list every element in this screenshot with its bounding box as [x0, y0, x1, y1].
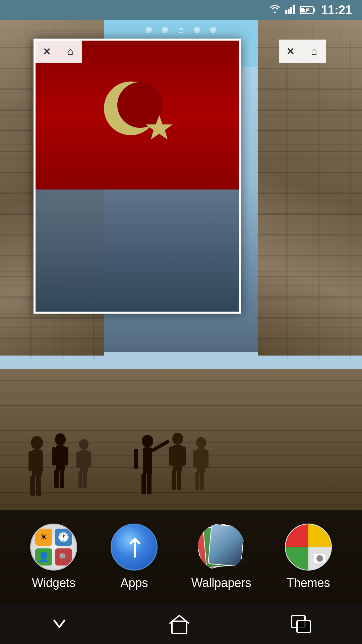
themes-green: [286, 547, 308, 570]
themes-icon: [285, 524, 332, 571]
svg-point-30: [196, 437, 206, 448]
widgets-label: Widgets: [32, 576, 75, 590]
svg-rect-4: [30, 476, 35, 496]
dock-item-wallpapers[interactable]: Wallpapers: [191, 524, 251, 590]
svg-rect-26: [169, 446, 173, 466]
dock-item-themes[interactable]: Themes: [285, 524, 332, 590]
home-dot-icon: ⌂: [178, 24, 184, 35]
svg-rect-2: [28, 451, 33, 471]
svg-rect-5: [36, 476, 41, 496]
recent-apps-icon: [291, 615, 311, 633]
apps-label: Apps: [120, 576, 148, 590]
wallpaper-card-3: [208, 524, 245, 567]
svg-rect-37: [288, 9, 290, 14]
page-dot-5[interactable]: [210, 27, 216, 33]
dock-item-widgets[interactable]: ☀ 🕐 👤 🔍 Widgets: [30, 524, 77, 590]
status-time: 11:21: [321, 3, 352, 17]
svg-rect-27: [182, 446, 186, 466]
back-icon: [51, 615, 68, 632]
signal-icon: [285, 4, 296, 16]
svg-rect-3: [39, 451, 43, 471]
svg-rect-13: [80, 450, 88, 472]
svg-point-12: [79, 439, 88, 450]
home-icon: [169, 614, 189, 634]
svg-rect-38: [290, 7, 292, 14]
apps-icon: ↗: [111, 524, 158, 571]
svg-rect-14: [76, 451, 80, 468]
svg-rect-39: [293, 5, 295, 14]
svg-rect-8: [52, 447, 56, 466]
page-dot-2[interactable]: [162, 27, 168, 33]
svg-point-24: [172, 433, 183, 445]
widgets-icon: ☀ 🕐 👤 🔍: [30, 524, 77, 571]
svg-rect-19: [143, 447, 152, 474]
svg-rect-35: [200, 472, 204, 490]
svg-rect-31: [197, 448, 205, 473]
navigation-bar: [0, 604, 362, 644]
svg-rect-17: [83, 471, 87, 488]
close-icon-left: ×: [43, 44, 50, 58]
widget-cell-3: 👤: [35, 548, 52, 566]
themes-yellow: [308, 524, 331, 547]
crescent-star-svg: [87, 75, 188, 155]
svg-rect-32: [193, 450, 197, 468]
svg-point-6: [55, 433, 66, 445]
svg-rect-11: [60, 470, 64, 488]
svg-rect-22: [141, 474, 146, 494]
svg-point-41: [117, 82, 163, 128]
svg-rect-33: [205, 450, 208, 468]
home-button-left[interactable]: ⌂: [59, 40, 82, 63]
apps-arrow-icon: ↗: [115, 528, 153, 566]
page-indicator: ⌂: [0, 27, 362, 33]
close-button-left[interactable]: ×: [35, 40, 59, 63]
wallpapers-icon: [198, 524, 245, 571]
svg-rect-16: [78, 471, 82, 488]
svg-rect-25: [173, 445, 182, 471]
svg-rect-10: [54, 470, 59, 488]
home-icon-right: ⌂: [311, 46, 317, 57]
svg-rect-28: [172, 470, 176, 490]
widget-cell-2: 🕐: [55, 529, 72, 546]
status-bar: 71 11:21: [0, 0, 362, 20]
svg-rect-15: [87, 451, 91, 468]
recent-apps-button[interactable]: [291, 615, 311, 633]
svg-rect-21: [134, 449, 138, 469]
dock-item-apps[interactable]: ↗ Apps: [111, 524, 158, 590]
svg-rect-43: [172, 621, 187, 634]
page-dot-1[interactable]: [146, 27, 152, 33]
monument-view: [36, 190, 239, 312]
svg-rect-20: [151, 439, 170, 452]
battery-icon: 71: [300, 6, 314, 14]
page-dot-home[interactable]: ⌂: [178, 27, 184, 33]
close-icon-right: ×: [287, 44, 294, 58]
svg-rect-7: [56, 445, 65, 471]
svg-rect-23: [147, 474, 152, 494]
people-silhouette-left: [20, 426, 107, 500]
svg-rect-45: [297, 621, 310, 633]
home-button[interactable]: [169, 614, 189, 634]
home-button-right[interactable]: ⌂: [302, 40, 326, 63]
wallpaper-preview-box: [34, 39, 241, 314]
svg-point-18: [142, 435, 153, 447]
themes-red: [286, 524, 308, 547]
widget-cell-1: ☀: [35, 529, 52, 546]
themes-label: Themes: [287, 576, 330, 590]
page-dot-4[interactable]: [194, 27, 200, 33]
stone-wall-right: [258, 20, 362, 356]
svg-rect-29: [177, 470, 181, 490]
close-button-right[interactable]: ×: [279, 40, 302, 63]
back-button[interactable]: [51, 615, 68, 632]
bottom-dock: ☀ 🕐 👤 🔍 Widgets ↗ Apps Wallpapers: [0, 510, 362, 604]
wallpapers-label: Wallpapers: [191, 576, 251, 590]
people-silhouette-right: [127, 426, 228, 506]
svg-rect-9: [64, 447, 68, 466]
wifi-icon: [269, 4, 281, 16]
svg-rect-34: [195, 472, 199, 490]
svg-rect-36: [285, 10, 287, 14]
home-icon-left: ⌂: [67, 46, 73, 57]
svg-point-0: [31, 436, 43, 449]
themes-camera-cell: [308, 547, 331, 570]
widget-cell-4: 🔍: [55, 548, 72, 566]
